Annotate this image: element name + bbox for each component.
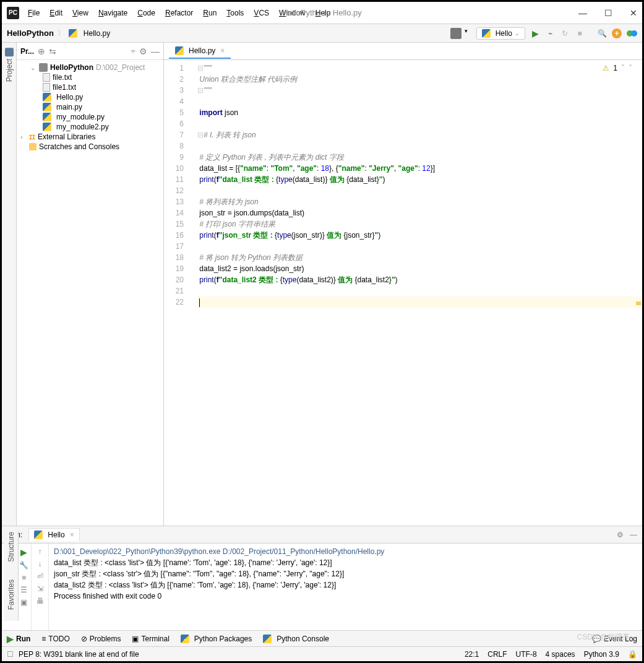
code-line[interactable]: Union 联合类型注解 代码示例 <box>197 74 642 85</box>
tree-file[interactable]: file.txt <box>20 72 160 82</box>
code-line[interactable]: data_list = [{"name": "Tom", "age": 18},… <box>197 163 642 174</box>
project-tree[interactable]: ⌄ HelloPython D:\002_Project file.txtfil… <box>17 60 163 154</box>
hide-icon[interactable]: — <box>151 46 160 56</box>
file-encoding[interactable]: UTF-8 <box>516 650 537 659</box>
code-line[interactable] <box>197 241 642 252</box>
user-icon[interactable] <box>450 28 462 39</box>
soft-wrap-icon[interactable]: ⏎ <box>37 572 43 581</box>
tree-file[interactable]: Hello.py <box>20 92 160 102</box>
tree-scratches[interactable]: Scratches and Consoles <box>20 142 160 152</box>
close-icon[interactable]: × <box>70 531 74 539</box>
editor-tab-hello[interactable]: Hello.py × <box>169 44 231 59</box>
down-icon[interactable]: ↓ <box>38 560 42 568</box>
python-interpreter[interactable]: Python 3.9 <box>584 650 619 659</box>
code-line[interactable] <box>197 96 642 107</box>
settings-icon[interactable]: ⚙ <box>617 531 624 539</box>
warning-marker[interactable] <box>636 301 641 305</box>
menu-file[interactable]: File <box>27 7 41 19</box>
menu-view[interactable]: View <box>71 7 90 19</box>
tree-file[interactable]: my_module.py <box>20 112 160 122</box>
modify-run-config-icon[interactable]: 🔧 <box>19 561 28 570</box>
up-icon[interactable]: ↑ <box>38 547 42 556</box>
close-button[interactable]: ✕ <box>630 8 637 18</box>
scroll-to-end-icon[interactable]: ⇲ <box>37 584 43 593</box>
code-line[interactable]: # 将列表转为 json <box>197 196 642 207</box>
favorites-toolwindow-button[interactable]: Favorites <box>7 579 15 610</box>
menu-navigate[interactable]: Navigate <box>97 7 129 19</box>
debug-button[interactable]: ⌁ <box>545 28 555 38</box>
code-line[interactable]: # 将 json 转为 Python 列表数据 <box>197 252 642 263</box>
breadcrumb[interactable]: HelloPython 〉 Hello.py <box>7 28 110 38</box>
code-line[interactable]: print(f"json_str 类型 : {type(json_str)} 值… <box>197 230 642 241</box>
expand-all-icon[interactable]: ⇆ <box>49 46 56 56</box>
run-toolwindow-button[interactable]: ▶Run <box>7 634 30 644</box>
code-line[interactable]: ⊟""" <box>197 63 642 74</box>
menu-code[interactable]: Code <box>136 7 157 19</box>
stop-button[interactable]: ■ <box>22 573 26 582</box>
breadcrumb-project[interactable]: HelloPython <box>7 28 54 38</box>
editor-scrollbar[interactable] <box>635 60 641 526</box>
code-line[interactable]: data_list2 = json.loads(json_str) <box>197 263 642 274</box>
rerun-button[interactable]: ▶ <box>20 547 27 557</box>
dump-threads-icon[interactable]: ☰ <box>20 586 27 594</box>
cursor-position[interactable]: 22:1 <box>465 650 479 659</box>
run-tab-hello[interactable]: Hello × <box>28 528 79 541</box>
menu-vcs[interactable]: VCS <box>252 7 270 19</box>
code-line[interactable]: json_str = json.dumps(data_list) <box>197 207 642 219</box>
minimize-button[interactable]: — <box>578 8 587 18</box>
code-line[interactable] <box>197 297 642 308</box>
updates-icon[interactable]: + <box>612 28 622 38</box>
pyconsole-toolwindow-button[interactable]: Python Console <box>263 635 329 643</box>
tree-root[interactable]: ⌄ HelloPython D:\002_Project <box>20 63 160 72</box>
lock-icon[interactable]: 🔒 <box>628 650 637 659</box>
run-button[interactable]: ▶ <box>530 28 540 38</box>
stop-button[interactable]: ■ <box>575 28 585 38</box>
maximize-button[interactable]: ☐ <box>604 8 612 18</box>
code-line[interactable]: # 打印 json 字符串结果 <box>197 219 642 230</box>
run-config-selector[interactable]: Hello ⌄ <box>476 27 525 40</box>
pypackages-toolwindow-button[interactable]: Python Packages <box>181 635 252 643</box>
hide-icon[interactable]: — <box>630 531 637 539</box>
line-separator[interactable]: CRLF <box>487 650 507 659</box>
code-line[interactable] <box>197 185 642 196</box>
editor-inspections[interactable]: ⚠ 1 ˄ ˅ <box>603 63 632 74</box>
code-line[interactable]: ⊟""" <box>197 85 642 96</box>
project-panel-title[interactable]: Pr... <box>20 47 34 56</box>
code-line[interactable] <box>197 118 642 129</box>
menu-refactor[interactable]: Refactor <box>164 7 194 19</box>
tree-file[interactable]: file1.txt <box>20 82 160 92</box>
code-line[interactable]: print(f"data_list2 类型 : {type(data_list2… <box>197 274 642 285</box>
collapse-all-icon[interactable]: ÷ <box>131 46 135 56</box>
menu-edit[interactable]: Edit <box>48 7 64 19</box>
tree-external-libraries[interactable]: › ⵊⵊ External Libraries <box>20 132 160 142</box>
ide-scripting-icon[interactable] <box>627 30 637 37</box>
code-line[interactable] <box>197 141 642 152</box>
problems-toolwindow-button[interactable]: ⊘Problems <box>81 635 121 643</box>
tree-file[interactable]: main.py <box>20 102 160 112</box>
code-line[interactable]: print(f"data_list 类型 : {type(data_list)}… <box>197 174 642 185</box>
settings-icon[interactable]: ⚙ <box>139 46 147 56</box>
run-with-coverage-button[interactable]: ↻ <box>560 28 570 38</box>
editor-body[interactable]: 12345678910111213141516171819202122 ⊟"""… <box>164 60 642 526</box>
menu-run[interactable]: Run <box>202 7 218 19</box>
code-line[interactable]: import json <box>197 107 642 118</box>
chevron-up-icon[interactable]: ˄ <box>621 63 625 74</box>
code-line[interactable] <box>197 285 642 297</box>
tool-window-quick-access-icon[interactable]: ☐ <box>7 650 14 659</box>
terminal-toolwindow-button[interactable]: ▣Terminal <box>132 635 169 643</box>
structure-toolwindow-button[interactable]: Structure <box>7 532 15 562</box>
code-line[interactable]: # 定义 Python 列表 , 列表中元素为 dict 字段 <box>197 152 642 163</box>
project-toolwindow-button[interactable]: Project <box>5 48 14 82</box>
console-output[interactable]: D:\001_Develop\022_Python\Python39\pytho… <box>49 544 642 630</box>
restore-layout-icon[interactable]: ▣ <box>20 598 27 607</box>
breadcrumb-file[interactable]: Hello.py <box>84 29 110 38</box>
search-everywhere-button[interactable]: 🔍 <box>597 28 607 38</box>
code-content[interactable]: ⊟""" Union 联合类型注解 代码示例⊟""" import json ⊟… <box>192 60 642 526</box>
indent-settings[interactable]: 4 spaces <box>546 650 575 659</box>
select-opened-file-icon[interactable]: ⊕ <box>38 46 45 56</box>
code-line[interactable]: ⊟# I. 列表 转 json <box>197 129 642 141</box>
chevron-down-icon[interactable]: ˅ <box>629 63 632 74</box>
print-icon[interactable]: 🖶 <box>36 597 44 605</box>
tree-file[interactable]: my_module2.py <box>20 122 160 132</box>
close-tab-icon[interactable]: × <box>220 46 225 55</box>
